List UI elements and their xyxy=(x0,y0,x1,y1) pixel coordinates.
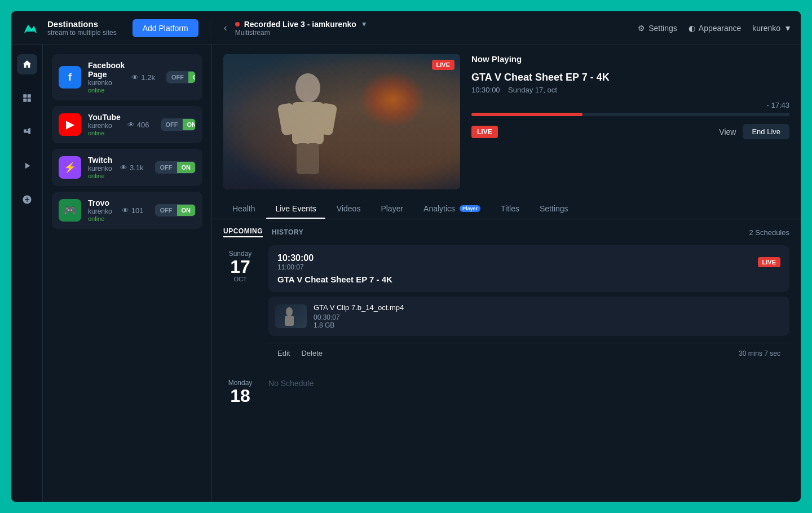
day-label-1: Sunday 17 OCT xyxy=(223,245,257,282)
facebook-viewers: 👁 1.2k xyxy=(131,73,155,82)
sc-time: 10:30:00 xyxy=(277,253,314,263)
clip-item: GTA V Clip 7.b_14_oct.mp4 00:30:07 1.8 G… xyxy=(268,297,789,336)
youtube-viewers: 👁 406 xyxy=(127,121,149,129)
video-player[interactable]: LIVE xyxy=(223,54,460,189)
platform-item-youtube[interactable]: ▶ YouTube kurenko online 👁 406 OFF ON xyxy=(52,106,202,143)
tab-live-events[interactable]: Live Events xyxy=(266,198,325,219)
no-schedule-label: No Schedule xyxy=(268,374,789,392)
twitch-viewer-count: 3.1k xyxy=(130,163,144,172)
platform-item-twitch[interactable]: ⚡ Twitch kurenko online 👁 3.1k OFF ON xyxy=(52,149,202,186)
platform-item-facebook[interactable]: f Facebook Page kurenko online 👁 1.2k OF… xyxy=(52,54,202,100)
trovo-toggle-on[interactable]: ON xyxy=(177,205,196,216)
logo xyxy=(20,18,41,38)
twitch-info: Twitch kurenko online xyxy=(88,156,113,179)
twitch-toggle-on[interactable]: ON xyxy=(177,162,196,173)
day-num-1: 17 xyxy=(223,258,257,276)
trovo-toggle-off[interactable]: OFF xyxy=(156,205,177,216)
stream-subtitle: Multistream xyxy=(235,29,368,37)
upcoming-tab[interactable]: UPCOMING xyxy=(223,227,263,237)
youtube-logo: ▶ xyxy=(59,113,81,136)
facebook-name: Facebook Page xyxy=(88,61,125,79)
tab-titles[interactable]: Titles xyxy=(492,198,528,219)
schedule-card-live: 10:30:00 11:00:07 LIVE GTA V Cheat Sheet… xyxy=(268,245,789,292)
stream-nav: ‹ Recorded Live 3 - iamkurenko ▼ Multist… xyxy=(222,20,632,37)
tab-videos[interactable]: Videos xyxy=(328,198,370,219)
facebook-user: kurenko xyxy=(88,79,125,87)
svg-point-0 xyxy=(295,73,320,103)
clip-thumbnail xyxy=(275,304,307,328)
progress-bar xyxy=(471,113,789,116)
tab-health[interactable]: Health xyxy=(223,198,264,219)
add-platform-button[interactable]: Add Platform xyxy=(133,19,198,37)
svg-rect-7 xyxy=(285,316,294,326)
stream-title-text: Recorded Live 3 - iamkurenko xyxy=(244,20,356,29)
trovo-toggle[interactable]: OFF ON xyxy=(155,204,196,216)
sidebar-item-video[interactable] xyxy=(17,122,37,142)
facebook-toggle-on[interactable]: ON xyxy=(188,72,196,83)
settings-icon: ⚙ xyxy=(638,24,645,33)
appearance-button[interactable]: ◐ Appearance xyxy=(689,24,742,33)
facebook-toggle-off[interactable]: OFF xyxy=(167,72,188,83)
sidebar-item-grid[interactable] xyxy=(17,88,37,108)
history-tab[interactable]: HISTORY xyxy=(272,228,303,236)
sc-header: 10:30:00 11:00:07 LIVE xyxy=(277,253,780,271)
youtube-toggle-off[interactable]: OFF xyxy=(161,119,183,130)
trovo-viewer-count: 101 xyxy=(131,206,144,215)
facebook-toggle[interactable]: OFF ON xyxy=(166,71,196,83)
twitch-name: Twitch xyxy=(88,156,113,165)
tab-analytics[interactable]: Analytics Player xyxy=(414,198,489,219)
now-playing-time: 10:30:00 Sunday 17, oct xyxy=(471,86,789,94)
trovo-name: Trovo xyxy=(88,198,115,207)
twitch-user: kurenko xyxy=(88,165,113,173)
youtube-toggle[interactable]: OFF ON xyxy=(161,118,196,131)
stream-dot xyxy=(235,22,240,26)
youtube-toggle-on[interactable]: ON xyxy=(183,119,196,130)
twitch-toggle[interactable]: OFF ON xyxy=(155,161,196,174)
content-area: LIVE Now Playing GTA V Cheat Sheet EP 7 … xyxy=(212,45,801,502)
clip-thumb-inner xyxy=(275,304,307,328)
eye-icon: 👁 xyxy=(122,206,129,215)
youtube-status: online xyxy=(88,130,121,136)
view-button[interactable]: View xyxy=(719,127,736,136)
schedules-count: 2 Schedules xyxy=(749,228,789,237)
sidebar-item-play[interactable] xyxy=(17,156,37,176)
youtube-name: YouTube xyxy=(88,113,121,122)
tab-player[interactable]: Player xyxy=(372,198,412,219)
user-dropdown-icon: ▼ xyxy=(784,24,792,33)
trovo-viewers: 👁 101 xyxy=(122,206,144,215)
end-live-button[interactable]: End Live xyxy=(743,124,789,139)
np-controls: LIVE View End Live xyxy=(471,124,789,139)
delete-button[interactable]: Delete xyxy=(301,349,323,357)
app-container: Destinations stream to multiple sites Ad… xyxy=(11,11,801,502)
trovo-logo: 🎮 xyxy=(59,199,81,222)
clip-duration: 00:30:07 xyxy=(314,313,783,321)
sidebar-item-plus[interactable] xyxy=(17,189,37,210)
twitch-status: online xyxy=(88,173,113,179)
settings-button[interactable]: ⚙ Settings xyxy=(638,24,677,33)
facebook-info: Facebook Page kurenko online xyxy=(88,61,125,94)
tab-settings[interactable]: Settings xyxy=(531,198,577,219)
stream-dropdown-icon[interactable]: ▼ xyxy=(361,20,368,28)
schedule-cards-1: 10:30:00 11:00:07 LIVE GTA V Cheat Sheet… xyxy=(268,245,789,363)
np-date-value: Sunday 17, oct xyxy=(508,86,557,94)
trovo-status: online xyxy=(88,215,115,222)
sidebar-item-home[interactable] xyxy=(17,54,37,74)
edit-button[interactable]: Edit xyxy=(277,349,290,357)
youtube-info: YouTube kurenko online xyxy=(88,113,121,136)
now-playing-game-title: GTA V Cheat Sheet EP 7 - 4K xyxy=(471,72,789,83)
platform-item-trovo[interactable]: 🎮 Trovo kurenko online 👁 101 OFF ON xyxy=(52,192,202,229)
user-menu[interactable]: kurenko ▼ xyxy=(752,24,792,33)
appearance-icon: ◐ xyxy=(689,24,695,33)
schedule-cards-2: No Schedule xyxy=(268,374,789,392)
live-pill: LIVE xyxy=(471,126,498,138)
clip-filename: GTA V Clip 7.b_14_oct.mp4 xyxy=(314,303,783,312)
sc-duration: 11:00:07 xyxy=(277,263,314,271)
twitch-toggle-off[interactable]: OFF xyxy=(156,162,177,173)
header-divider xyxy=(210,18,210,38)
day-month-1: OCT xyxy=(223,276,257,282)
header-right: ⚙ Settings ◐ Appearance kurenko ▼ xyxy=(638,24,792,33)
twitch-logo: ⚡ xyxy=(59,156,81,179)
nav-back-arrow[interactable]: ‹ xyxy=(222,20,230,36)
destinations-title: Destinations xyxy=(47,19,117,29)
eye-icon: 👁 xyxy=(127,121,135,129)
